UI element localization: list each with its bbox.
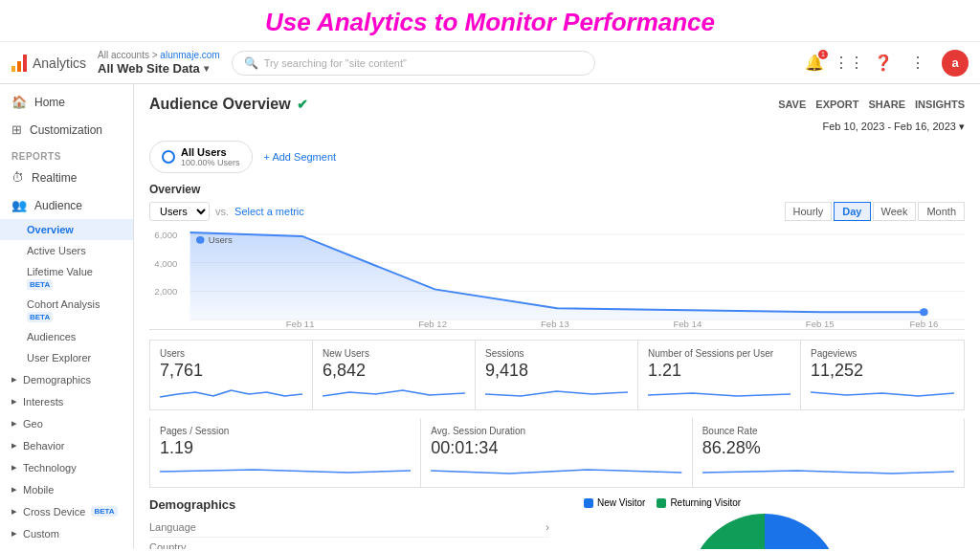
metric-name-sessions: Sessions xyxy=(485,348,628,359)
svg-text:2,000: 2,000 xyxy=(154,288,177,298)
metric-name-avg-session: Avg. Session Duration xyxy=(431,426,681,436)
line-chart: 6,000 4,000 2,000 xyxy=(149,225,965,329)
sparkline-sessions-per-user xyxy=(648,383,791,402)
overview-label: Overview xyxy=(149,183,965,196)
demographics-panel: Demographics Language › Country City Lan… xyxy=(149,497,549,549)
expand-icon-5: ▸ xyxy=(11,461,17,474)
sparkline-pageviews xyxy=(811,383,954,402)
settings-icon[interactable]: ⋮ xyxy=(907,53,928,74)
verified-check-icon: ✔ xyxy=(297,97,308,112)
sidebar-sub-active-users[interactable]: Active Users xyxy=(0,240,133,261)
share-button[interactable]: SHARE xyxy=(869,99,906,110)
metric-value-avg-session: 00:01:34 xyxy=(431,438,681,458)
metric-selector: Users vs. Select a metric xyxy=(149,202,304,221)
metric-value-sessions: 9,418 xyxy=(485,361,628,381)
segment-sub: 100.00% Users xyxy=(181,158,240,167)
apps-grid-icon[interactable]: ⋮⋮ xyxy=(838,53,859,74)
pie-chart-section: New Visitor Returning Visitor 22.6% xyxy=(565,497,965,549)
property-label: All Web Site Data xyxy=(98,61,200,77)
sidebar-sub-audiences[interactable]: Audiences xyxy=(0,326,133,347)
reports-section-label: REPORTS xyxy=(0,143,133,164)
bottom-section: Demographics Language › Country City Lan… xyxy=(149,497,965,549)
returning-visitor-label: Returning Visitor xyxy=(670,497,741,508)
sidebar-sub-cohort-analysis[interactable]: Cohort Analysis BETA xyxy=(0,294,133,326)
sidebar-sub-behavior[interactable]: ▸ Behavior xyxy=(0,434,133,456)
customization-icon: ⊞ xyxy=(11,122,22,137)
segment-row: All Users 100.00% Users + Add Segment xyxy=(149,141,965,173)
search-bar[interactable]: 🔍 Try searching for "site content" xyxy=(232,51,595,76)
time-toggles: Hourly Day Week Month xyxy=(785,202,965,221)
metric-users: Users 7,761 xyxy=(150,341,313,409)
account-info: All accounts > alunmaje.com All Web Site… xyxy=(98,49,220,77)
sidebar-sub-geo[interactable]: ▸ Geo xyxy=(0,412,133,434)
metric-name-new-users: New Users xyxy=(323,348,465,359)
svg-text:Feb 13: Feb 13 xyxy=(541,320,569,329)
sidebar-sub-custom[interactable]: ▸ Custom xyxy=(0,522,133,544)
demographics-title: Demographics xyxy=(149,497,549,512)
sidebar-sub-demographics[interactable]: ▸ Demographics xyxy=(0,368,133,390)
segment-circle-icon xyxy=(162,150,175,164)
sidebar-sub-technology[interactable]: ▸ Technology xyxy=(0,456,133,478)
add-segment-button[interactable]: + Add Segment xyxy=(264,151,337,163)
svg-marker-7 xyxy=(190,232,924,320)
sidebar-label-home: Home xyxy=(34,96,65,109)
toggle-week[interactable]: Week xyxy=(873,202,917,221)
returning-visitor-dot xyxy=(657,498,666,508)
app-name: Analytics xyxy=(33,55,86,71)
export-button[interactable]: EXPORT xyxy=(815,99,858,110)
save-button[interactable]: SAVE xyxy=(778,99,806,110)
sidebar-sub-mobile[interactable]: ▸ Mobile xyxy=(0,478,133,500)
header-icons: 🔔 1 ⋮⋮ ❓ ⋮ a xyxy=(804,50,969,77)
notification-button[interactable]: 🔔 1 xyxy=(804,53,825,74)
vs-label: vs. xyxy=(215,206,229,217)
sparkline-users xyxy=(160,383,302,402)
toggle-month[interactable]: Month xyxy=(918,202,965,221)
svg-text:Feb 14: Feb 14 xyxy=(673,320,702,329)
sidebar-sub-cross-device[interactable]: ▸ Cross Device BETA xyxy=(0,500,133,522)
select-metric-link[interactable]: Select a metric xyxy=(234,206,304,217)
sidebar-item-audience[interactable]: 👥 Audience xyxy=(0,191,133,219)
all-users-segment[interactable]: All Users 100.00% Users xyxy=(149,141,253,173)
notification-badge: 1 xyxy=(818,50,828,59)
svg-text:Feb 11: Feb 11 xyxy=(286,320,315,329)
account-link[interactable]: alunmaje.com xyxy=(160,50,219,60)
sidebar-label-realtime: Realtime xyxy=(32,171,77,185)
metric-avg-session-duration: Avg. Session Duration 00:01:34 xyxy=(421,418,692,487)
sidebar-sub-lifetime-value[interactable]: Lifetime Value BETA xyxy=(0,261,133,294)
home-icon: 🏠 xyxy=(11,95,27,109)
property-selector[interactable]: All Web Site Data ▾ xyxy=(98,61,220,77)
metrics-grid: Users 7,761 New Users 6,842 Sessio xyxy=(149,340,965,410)
toggle-hourly[interactable]: Hourly xyxy=(785,202,833,221)
insights-button[interactable]: INSIGHTS xyxy=(915,99,965,110)
sidebar-item-attribution[interactable]: ◈ Attribution BETA xyxy=(0,544,133,549)
metric-dropdown[interactable]: Users xyxy=(149,202,210,221)
page-title: Audience Overview ✔ xyxy=(149,96,308,113)
toggle-day[interactable]: Day xyxy=(834,202,870,221)
content-area: Audience Overview ✔ SAVE EXPORT SHARE IN… xyxy=(134,84,980,549)
sidebar-sub-user-explorer[interactable]: User Explorer xyxy=(0,347,133,368)
avatar[interactable]: a xyxy=(942,50,969,77)
svg-point-8 xyxy=(920,308,928,316)
metric-name-sessions-per-user: Number of Sessions per User xyxy=(648,348,791,359)
demo-row-language[interactable]: Language › xyxy=(149,518,549,538)
demo-row-country[interactable]: Country xyxy=(149,538,549,549)
sidebar-sub-overview[interactable]: Overview xyxy=(0,219,133,240)
sidebar-sub-interests[interactable]: ▸ Interests xyxy=(0,390,133,412)
expand-icon-7: ▸ xyxy=(11,505,17,518)
legend-returning-visitor: Returning Visitor xyxy=(657,497,741,508)
help-icon[interactable]: ❓ xyxy=(873,53,894,74)
svg-text:Users: Users xyxy=(209,235,233,245)
sidebar: 🏠 Home ⊞ Customization REPORTS ⏱ Realtim… xyxy=(0,84,134,549)
new-visitor-dot xyxy=(584,498,593,508)
date-range-display[interactable]: Feb 10, 2023 - Feb 16, 2023 ▾ xyxy=(149,121,965,133)
svg-text:Feb 15: Feb 15 xyxy=(806,320,835,329)
metric-name-pages-per-session: Pages / Session xyxy=(160,426,411,436)
metric-sessions: Sessions 9,418 xyxy=(476,341,638,409)
audience-icon: 👥 xyxy=(11,198,27,212)
action-buttons: SAVE EXPORT SHARE INSIGHTS xyxy=(778,99,965,110)
pie-chart-svg xyxy=(688,514,841,549)
sidebar-item-realtime[interactable]: ⏱ Realtime xyxy=(0,164,133,191)
sidebar-item-home[interactable]: 🏠 Home xyxy=(0,88,133,116)
expand-icon-8: ▸ xyxy=(11,527,17,540)
sidebar-item-customization[interactable]: ⊞ Customization xyxy=(0,116,133,143)
